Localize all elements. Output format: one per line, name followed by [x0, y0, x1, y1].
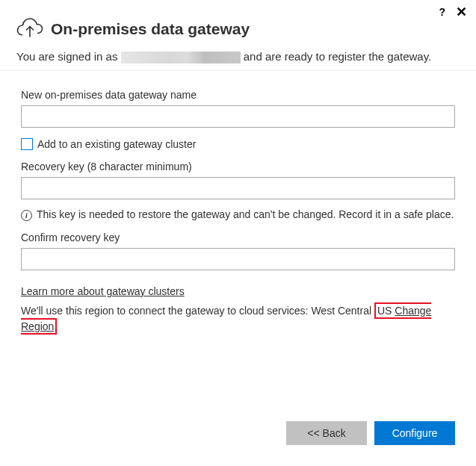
- close-button[interactable]: ✕: [456, 7, 467, 17]
- region-info: We'll use this region to connect the gat…: [21, 303, 455, 335]
- signed-in-status: You are signed in as and are ready to re…: [0, 46, 476, 71]
- recovery-key-input[interactable]: [21, 177, 455, 199]
- help-button[interactable]: ?: [439, 6, 445, 18]
- redacted-username: [121, 52, 241, 63]
- confirm-key-label: Confirm recovery key: [21, 232, 455, 243]
- gateway-name-input[interactable]: [21, 105, 455, 128]
- cloud-upload-icon: [16, 16, 43, 41]
- signed-in-prefix: You are signed in as: [16, 50, 121, 63]
- info-icon: i: [21, 210, 32, 221]
- learn-more-link[interactable]: Learn more about gateway clusters: [21, 285, 185, 297]
- region-prefix: We'll use this region to connect the gat…: [21, 305, 374, 317]
- add-cluster-label: Add to an existing gateway cluster: [37, 138, 196, 150]
- back-button[interactable]: << Back: [286, 421, 367, 445]
- form-area: New on-premises data gateway name Add to…: [0, 71, 476, 335]
- signed-in-suffix: and are ready to register the gateway.: [241, 50, 432, 63]
- region-value: US: [377, 305, 392, 317]
- header: On-premises data gateway: [0, 0, 476, 46]
- button-row: << Back Configure: [286, 421, 455, 445]
- add-cluster-checkbox[interactable]: [21, 138, 33, 150]
- configure-button[interactable]: Configure: [374, 421, 455, 445]
- gateway-name-label: New on-premises data gateway name: [21, 89, 455, 101]
- confirm-key-input[interactable]: [21, 248, 455, 270]
- recovery-key-label: Recovery key (8 character minimum): [21, 161, 455, 173]
- page-title: On-premises data gateway: [51, 20, 250, 38]
- recovery-key-info: This key is needed to restore the gatewa…: [37, 208, 454, 220]
